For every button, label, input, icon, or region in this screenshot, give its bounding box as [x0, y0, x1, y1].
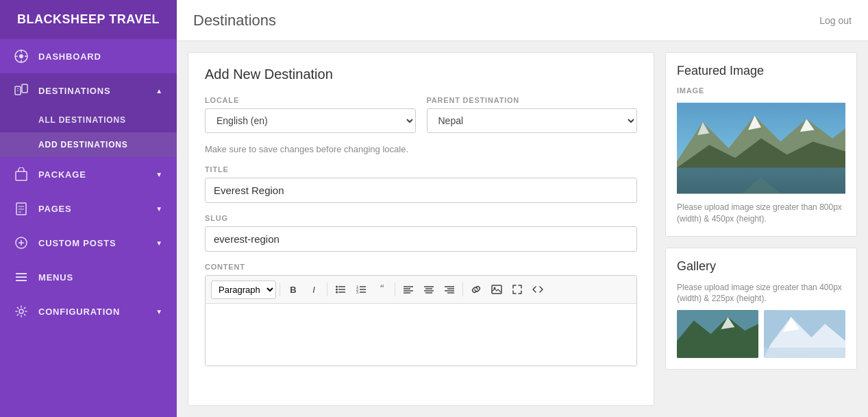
svg-point-24	[336, 289, 338, 291]
destinations-arrow-icon: ▲	[156, 87, 163, 95]
sidebar-item-configuration-label: CONFIGURATION	[38, 307, 120, 317]
sidebar-item-destinations-label: DESTINATIONS	[38, 86, 110, 96]
top-bar: Destinations Log out	[177, 0, 868, 41]
main-content: Destinations Log out Add New Destination…	[177, 0, 868, 417]
sidebar-item-custom-posts[interactable]: CUSTOM POSTS ▼	[0, 226, 177, 260]
fullscreen-button[interactable]	[508, 280, 527, 299]
svg-rect-10	[16, 171, 27, 180]
featured-image-hint: Please upload image size greater than 80…	[677, 202, 845, 225]
form-title: Add New Destination	[205, 67, 637, 82]
toolbar-separator-1	[280, 283, 280, 296]
locale-select[interactable]: English (en) French (fr) Spanish (es)	[205, 108, 416, 133]
content-group: CONTENT Paragraph Heading 1 Heading 2 B …	[205, 263, 637, 366]
custom-posts-arrow-icon: ▼	[156, 239, 163, 247]
content-area: Add New Destination LOCALE English (en) …	[177, 41, 868, 417]
gallery-title: Gallery	[677, 259, 845, 274]
align-center-button[interactable]	[419, 280, 438, 299]
sidebar-item-configuration[interactable]: CONFIGURATION ▼	[0, 294, 177, 329]
toolbar-separator-3	[395, 283, 395, 296]
slug-input[interactable]	[205, 226, 637, 252]
parent-destination-select[interactable]: Nepal India China	[427, 108, 638, 133]
logout-button[interactable]: Log out	[819, 15, 852, 26]
sidebar-item-add-destinations[interactable]: ADD DESTINATIONS	[0, 132, 177, 157]
svg-text:3.: 3.	[356, 290, 359, 294]
gallery-thumbs	[677, 310, 845, 358]
title-group: TITLE	[205, 165, 637, 203]
align-left-button[interactable]	[399, 280, 418, 299]
package-icon	[14, 167, 29, 182]
sidebar-item-pages[interactable]: PAGES ▼	[0, 191, 177, 226]
sidebar-nav: DASHBOARD DESTINATIONS ▲ ALL DESTINATION…	[0, 39, 177, 417]
featured-image-container[interactable]	[677, 100, 845, 196]
configuration-icon	[14, 304, 29, 319]
gallery-card: Gallery Please upload image size greater…	[665, 248, 857, 370]
code-button[interactable]	[528, 280, 547, 299]
app-logo: BLACKSHEEP TRAVEL	[0, 0, 177, 39]
content-editor-body[interactable]	[206, 304, 636, 366]
sidebar-item-custom-posts-label: CUSTOM POSTS	[38, 238, 116, 248]
menus-icon	[14, 270, 29, 285]
pages-icon	[14, 201, 29, 216]
svg-point-1	[19, 54, 23, 58]
content-label: CONTENT	[205, 263, 637, 271]
link-button[interactable]	[467, 280, 486, 299]
configuration-arrow-icon: ▼	[156, 308, 163, 315]
gallery-thumb-2[interactable]	[764, 310, 845, 358]
form-panel: Add New Destination LOCALE English (en) …	[188, 52, 654, 406]
sidebar: BLACKSHEEP TRAVEL DASHBOARD	[0, 0, 177, 417]
editor-toolbar: Paragraph Heading 1 Heading 2 B I 1.2.3.	[206, 276, 636, 304]
destinations-icon	[14, 83, 29, 98]
featured-image-card: Featured Image IMAGE	[665, 52, 857, 237]
page-title: Destinations	[193, 12, 276, 29]
format-select[interactable]: Paragraph Heading 1 Heading 2	[211, 281, 276, 299]
featured-image-title: Featured Image	[677, 64, 845, 78]
sidebar-item-dashboard[interactable]: DASHBOARD	[0, 39, 177, 73]
sidebar-item-destinations[interactable]: DESTINATIONS ▲	[0, 73, 177, 108]
blockquote-button[interactable]: “	[372, 280, 391, 299]
sidebar-item-menus-label: MENUS	[38, 272, 73, 283]
toolbar-separator-2	[327, 283, 327, 296]
image-button[interactable]	[487, 280, 506, 299]
toolbar-separator-4	[462, 283, 463, 296]
svg-point-21	[19, 309, 23, 313]
svg-rect-62	[764, 348, 845, 358]
slug-group: SLUG	[205, 214, 637, 252]
locale-hint: Make sure to save changes before changin…	[205, 144, 637, 154]
locale-label: LOCALE	[205, 96, 416, 104]
locale-group: LOCALE English (en) French (fr) Spanish …	[205, 96, 416, 133]
sidebar-item-menus[interactable]: MENUS	[0, 260, 177, 294]
sidebar-item-package[interactable]: PACKAGE ▼	[0, 157, 177, 191]
slug-label: SLUG	[205, 214, 637, 222]
svg-point-26	[336, 291, 338, 294]
customposts-icon	[14, 235, 29, 250]
right-panel: Featured Image IMAGE	[665, 52, 857, 406]
title-label: TITLE	[205, 165, 637, 174]
ordered-list-button[interactable]: 1.2.3.	[351, 280, 371, 299]
bold-button[interactable]: B	[284, 280, 303, 299]
parent-destination-group: PARENT DESTINATION Nepal India China	[427, 96, 638, 133]
sidebar-item-all-destinations[interactable]: ALL DESTINATIONS	[0, 108, 177, 132]
svg-rect-7	[22, 84, 27, 93]
unordered-list-button[interactable]	[331, 280, 350, 299]
locale-parent-row: LOCALE English (en) French (fr) Spanish …	[205, 96, 637, 133]
destinations-submenu: ALL DESTINATIONS ADD DESTINATIONS	[0, 108, 177, 157]
package-arrow-icon: ▼	[156, 171, 163, 178]
sidebar-item-dashboard-label: DASHBOARD	[38, 51, 101, 62]
dashboard-icon	[14, 49, 29, 64]
svg-rect-46	[492, 285, 501, 294]
svg-point-22	[336, 286, 338, 288]
image-label: IMAGE	[677, 86, 845, 95]
sidebar-item-package-label: PACKAGE	[38, 169, 86, 180]
pages-arrow-icon: ▼	[156, 205, 163, 213]
title-input[interactable]	[205, 178, 637, 203]
sidebar-item-pages-label: PAGES	[38, 204, 72, 214]
gallery-thumb-1[interactable]	[677, 310, 758, 358]
align-right-button[interactable]	[440, 280, 459, 299]
parent-destination-label: PARENT DESTINATION	[427, 96, 638, 104]
content-editor: Paragraph Heading 1 Heading 2 B I 1.2.3.	[205, 275, 637, 366]
italic-button[interactable]: I	[304, 280, 323, 299]
gallery-hint: Please upload image size greater than 40…	[677, 282, 845, 305]
